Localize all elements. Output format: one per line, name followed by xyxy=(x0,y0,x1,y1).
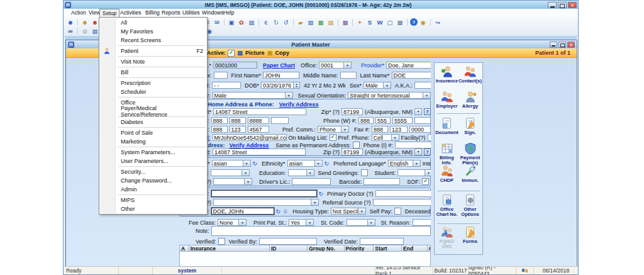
menu-setup[interactable]: Setup xyxy=(99,9,119,18)
street-field[interactable]: 14087 Street xyxy=(213,108,306,115)
zip2-dropdown-icon[interactable]: ▾ xyxy=(414,149,422,155)
patient-name-field[interactable]: DOE, JOHN xyxy=(211,208,274,215)
menu-action[interactable]: Action xyxy=(69,9,89,17)
settings-icon[interactable]: ⊙ xyxy=(80,27,89,35)
menu-item-marketing[interactable]: Marketing xyxy=(99,137,207,146)
referral-select[interactable] xyxy=(373,199,431,206)
sidebar-item-chdp[interactable]: CHDP xyxy=(435,164,458,183)
pref-provider-field[interactable] xyxy=(211,190,317,197)
page-icon[interactable]: ▤ xyxy=(306,18,315,26)
chart-no-field[interactable]: 0001000 xyxy=(213,62,257,69)
patient-edit-icon[interactable]: ☻ xyxy=(91,18,99,26)
mailing-list-checkbox[interactable]: ✓ xyxy=(330,134,336,141)
pref-phone-select[interactable]: Cell xyxy=(372,134,399,141)
logout-icon[interactable]: ↪ xyxy=(433,18,442,26)
street2-field[interactable]: 14087 Street xyxy=(213,149,306,155)
col-group[interactable]: Group No. xyxy=(308,245,344,252)
sidebar-item-forms[interactable]: Forms xyxy=(458,225,482,249)
phone-work-area-field[interactable]: 888 xyxy=(358,117,374,124)
patient-add-icon[interactable]: ☻ xyxy=(80,18,89,26)
sof-checkbox[interactable]: ✓ xyxy=(422,178,429,185)
drivers-lic-field[interactable] xyxy=(292,178,331,185)
ethnicity-select[interactable]: asian xyxy=(287,160,323,167)
menu-item-all[interactable]: All xyxy=(99,18,207,27)
student-select[interactable] xyxy=(397,169,431,176)
menu-item-bill[interactable]: Bill xyxy=(99,68,207,77)
restore-icon[interactable] xyxy=(558,2,567,8)
menu-item-change-password[interactable]: Change Password... xyxy=(99,176,207,185)
phone-home-area-field[interactable]: 888 xyxy=(211,117,228,124)
verify-address-link[interactable]: Verify Address xyxy=(279,101,319,108)
paper-chart-link[interactable]: Paper Chart xyxy=(263,62,295,69)
facility-select[interactable] xyxy=(428,134,431,141)
active-checkbox[interactable]: ✓ xyxy=(228,50,235,57)
zip2-help-icon[interactable]: ? xyxy=(424,149,431,155)
race-refresh-icon[interactable]: ↻ xyxy=(253,160,258,167)
euro-icon[interactable]: € xyxy=(262,18,270,26)
word-icon[interactable]: W xyxy=(375,18,384,26)
education-select[interactable] xyxy=(288,169,314,176)
verified-date-field[interactable] xyxy=(360,238,404,245)
child-restore-icon[interactable] xyxy=(558,42,566,48)
zip2-field[interactable]: 87199 xyxy=(341,149,363,155)
zip-field[interactable]: 87199 xyxy=(341,108,363,115)
phone-work-ext-field[interactable] xyxy=(414,117,431,124)
aka-field[interactable] xyxy=(414,82,431,89)
fax-prefix-field[interactable]: 123 xyxy=(390,126,408,133)
menu-item-point-of-sale[interactable]: Point of Sale xyxy=(99,128,207,137)
fax-line-field[interactable]: 0000 xyxy=(409,126,431,133)
close-icon[interactable]: × xyxy=(568,2,577,8)
patient-name-refresh-icon[interactable]: ↻ xyxy=(276,208,281,215)
sidebar-item-payment-plans[interactable]: $ Payment Plan(s) xyxy=(458,142,482,166)
provider-select[interactable]: Doe, Jane xyxy=(386,62,431,69)
primary-doctor-field[interactable] xyxy=(375,190,431,197)
calculator-icon[interactable]: ▦ xyxy=(396,18,404,26)
note-icon[interactable]: ▤ xyxy=(247,18,256,26)
lock-icon[interactable]: ◉ xyxy=(419,18,428,26)
sidebar-item-employer[interactable]: Employer xyxy=(435,90,458,109)
prefix-field[interactable] xyxy=(214,72,228,79)
verify-address2-link[interactable]: Verify Address xyxy=(230,142,269,149)
race-select[interactable]: asian xyxy=(212,160,251,167)
menu-item-security[interactable]: Security... xyxy=(99,167,207,176)
ssn-field[interactable]: - - xyxy=(212,82,241,89)
minimize-icon[interactable] xyxy=(548,2,557,8)
folder-icon[interactable]: ▰ xyxy=(296,18,305,26)
sidebar-item-contacts[interactable]: Contact(s) xyxy=(458,65,482,84)
pref-provider-refresh-icon[interactable]: ↻ xyxy=(319,191,324,197)
sex-select[interactable]: Male xyxy=(364,82,391,89)
orientation-select[interactable]: Straight or heterosexual xyxy=(348,92,431,99)
menu-item-diabetes[interactable]: Diabetes xyxy=(99,118,207,126)
picture-button[interactable]: Picture xyxy=(245,50,265,56)
q1-select[interactable] xyxy=(213,178,252,185)
clipboard-icon[interactable]: ▤ xyxy=(326,18,335,26)
insurance-table-body[interactable] xyxy=(179,252,431,267)
menu-item-scheduler[interactable]: Scheduler xyxy=(99,87,207,96)
mail-open-icon[interactable]: ✉ xyxy=(213,18,221,26)
photo-icon[interactable]: ▦ xyxy=(316,18,325,26)
sidebar-item-billing-info[interactable]: Billing Info. xyxy=(435,142,458,166)
pref-comm-select[interactable]: Phone xyxy=(318,126,349,133)
language-select[interactable]: English xyxy=(388,160,421,167)
zip-help-icon[interactable]: ? xyxy=(424,108,431,115)
menu-item-mips[interactable]: MIPS xyxy=(99,196,207,205)
verified-checkbox[interactable] xyxy=(218,238,225,245)
phone-work-line-field[interactable]: 5555 xyxy=(392,117,413,124)
col-start[interactable]: Start Date xyxy=(374,245,402,252)
sync-icon[interactable]: ↻ xyxy=(272,18,280,26)
zip-dropdown-icon[interactable]: ▾ xyxy=(414,108,422,115)
sidebar-item-other-options[interactable]: Other Options xyxy=(458,193,482,217)
sidebar-item-insurance[interactable]: Insurance xyxy=(435,65,458,84)
menu-item-other[interactable]: Other xyxy=(99,205,207,213)
dob-field[interactable]: 03/26/1976 xyxy=(261,82,300,89)
gender-identity-select[interactable]: Male xyxy=(213,92,293,99)
col-priority[interactable]: Priority xyxy=(345,245,374,252)
menu-item-user-parameters[interactable]: User Parameters... xyxy=(99,157,207,166)
first-name-field[interactable]: JOHN xyxy=(263,72,299,79)
cell-line-field[interactable]: 4567 xyxy=(248,126,269,133)
email-field[interactable]: MrJohnDoe54542@gmail.cor xyxy=(213,134,287,141)
monitor-icon[interactable]: ▢ xyxy=(386,18,394,26)
phone-home-ext-field[interactable] xyxy=(271,117,289,124)
stamp-icon[interactable]: ▦ xyxy=(341,18,350,26)
sidebar-item-immun[interactable]: Immun. xyxy=(458,164,482,183)
